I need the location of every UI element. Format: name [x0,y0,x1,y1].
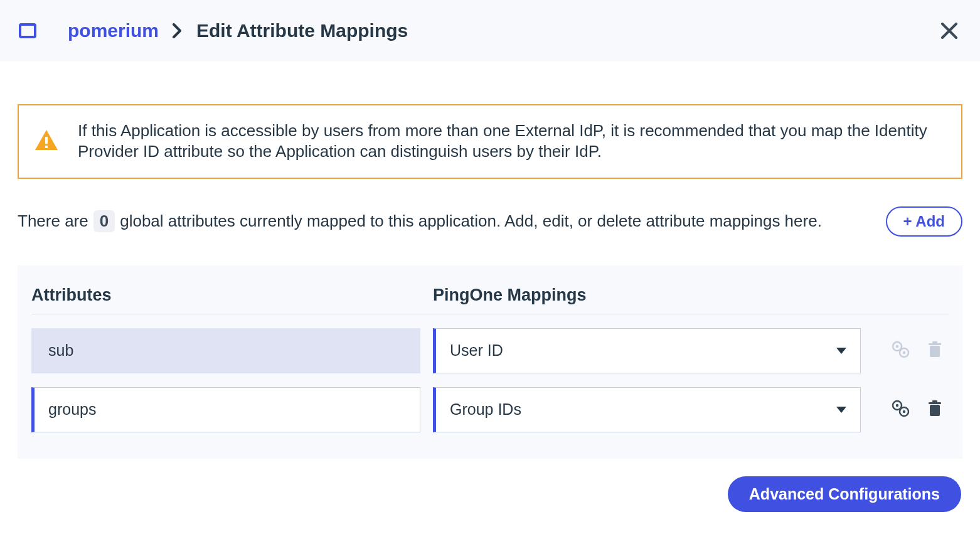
add-button[interactable]: + Add [886,206,962,237]
advanced-configurations-button[interactable]: Advanced Configurations [728,476,961,512]
trash-icon[interactable] [927,400,942,420]
gear-icon[interactable] [891,341,910,361]
mapping-value: User ID [450,341,503,360]
description-row: There are 0 global attributes currently … [18,206,962,237]
svg-rect-7 [929,343,941,345]
attribute-input: sub [31,328,420,373]
svg-rect-8 [932,341,937,343]
trash-icon [927,341,942,361]
desc-pre: There are [18,211,88,231]
table-header: Attributes PingOne Mappings [31,286,949,314]
mapping-value: Group IDs [450,400,521,419]
description-text: There are 0 global attributes currently … [18,210,822,232]
breadcrumb-link-pomerium[interactable]: pomerium [68,20,159,41]
header-mappings: PingOne Mappings [433,286,861,305]
app-icon [19,23,36,38]
attribute-count: 0 [93,210,115,232]
svg-point-10 [896,404,898,406]
page-title: Edit Attribute Mappings [196,20,408,41]
attribute-value: groups [48,400,96,419]
chevron-right-icon [173,23,183,38]
table-row: sub User ID [31,328,949,373]
svg-rect-15 [932,400,937,402]
warning-text: If this Application is accessible by use… [78,120,944,163]
header-attributes: Attributes [31,286,420,305]
svg-point-3 [896,345,898,347]
svg-rect-6 [930,346,940,357]
mapping-select[interactable]: User ID [433,328,861,373]
warning-icon [34,129,59,154]
breadcrumb: pomerium Edit Attribute Mappings [68,20,408,41]
desc-post: global attributes currently mapped to th… [120,211,822,231]
table-row: groups Group IDs [31,387,949,432]
svg-rect-14 [929,402,941,404]
close-button[interactable] [940,21,959,40]
mapping-select[interactable]: Group IDs [433,387,861,432]
chevron-down-icon [836,407,846,413]
mapping-table: Attributes PingOne Mappings sub User ID [18,265,962,459]
svg-rect-0 [45,137,48,144]
header: pomerium Edit Attribute Mappings [0,0,980,61]
warning-banner: If this Application is accessible by use… [18,104,962,179]
svg-point-12 [903,410,905,412]
svg-rect-13 [930,405,940,416]
chevron-down-icon [836,348,846,354]
attribute-input[interactable]: groups [31,387,420,432]
attribute-value: sub [48,341,73,360]
svg-point-5 [903,351,905,353]
svg-rect-1 [45,146,48,148]
footer: Advanced Configurations [0,459,980,512]
gear-icon[interactable] [891,400,910,420]
